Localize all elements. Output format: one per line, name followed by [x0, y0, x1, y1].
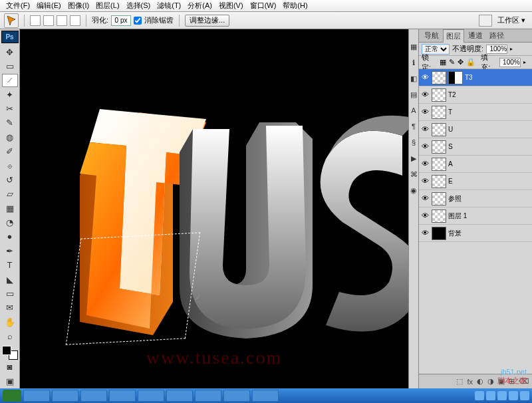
wand-tool[interactable]: ✦	[2, 88, 18, 101]
pen-tool[interactable]: ✒	[2, 245, 18, 257]
crop-tool[interactable]: ✂	[2, 102, 18, 115]
visibility-eye-icon[interactable]: 👁	[420, 211, 430, 221]
vpanel-color-icon[interactable]: ◧	[409, 74, 418, 84]
selection-add-icon[interactable]	[43, 15, 54, 26]
taskbar-item[interactable]	[166, 390, 193, 402]
menu-file[interactable]: 文件(F)	[3, 0, 33, 12]
layer-row[interactable]: 👁A	[419, 156, 532, 173]
selection-subtract-icon[interactable]	[57, 15, 67, 26]
active-tool-icon[interactable]	[4, 13, 19, 28]
menu-view[interactable]: 视图(V)	[215, 0, 247, 12]
vpanel-character-icon[interactable]: A	[409, 106, 418, 116]
taskbar-item[interactable]	[23, 390, 50, 402]
menu-select[interactable]: 选择(S)	[123, 0, 154, 12]
quickmask-icon[interactable]: ◙	[2, 360, 18, 373]
selection-intersect-icon[interactable]	[70, 15, 80, 26]
tray-icon[interactable]	[486, 391, 495, 400]
layer-row[interactable]: 👁E	[419, 173, 532, 190]
taskbar-item[interactable]	[252, 390, 279, 402]
visibility-eye-icon[interactable]: 👁	[420, 73, 430, 82]
visibility-eye-icon[interactable]: 👁	[420, 177, 430, 186]
vpanel-brushes-icon[interactable]: ◉	[409, 186, 418, 196]
eyedropper-tool[interactable]: ✎	[2, 116, 18, 129]
canvas[interactable]: ⟋ www.tusea.com	[20, 29, 408, 388]
tab-navigator[interactable]: 导航	[422, 29, 442, 42]
tab-channels[interactable]: 通道	[466, 29, 485, 42]
brush-tool[interactable]: ✐	[2, 145, 18, 158]
taskbar-item[interactable]	[223, 390, 250, 402]
layer-row[interactable]: 👁T2	[419, 86, 532, 104]
lasso-tool[interactable]: ⟋	[2, 74, 18, 86]
tray-icon[interactable]	[520, 391, 529, 400]
stamp-tool[interactable]: ⟐	[2, 159, 18, 172]
menu-edit[interactable]: 编辑(E)	[33, 0, 65, 12]
tab-paths[interactable]: 路径	[487, 29, 507, 42]
tray-icon[interactable]	[497, 391, 507, 400]
layer-fx-icon[interactable]: fx	[467, 378, 473, 386]
start-button[interactable]	[3, 390, 21, 402]
vpanel-actions-icon[interactable]: ▶	[409, 154, 418, 164]
history-brush-tool[interactable]: ↺	[2, 174, 18, 186]
tray-icon[interactable]	[509, 391, 518, 400]
fill-input[interactable]	[499, 58, 521, 67]
marquee-tool[interactable]: ▭	[2, 60, 18, 72]
layer-row[interactable]: 👁图层 1	[419, 207, 532, 225]
taskbar-item[interactable]	[109, 390, 136, 402]
lock-trans-icon[interactable]: ▦	[440, 58, 446, 67]
workspace-menu[interactable]: 工作区 ▾	[495, 15, 528, 25]
menu-help[interactable]: 帮助(H)	[279, 0, 311, 12]
visibility-eye-icon[interactable]: 👁	[420, 194, 430, 203]
refine-edge-button[interactable]: 调整边缘...	[185, 15, 229, 27]
menu-layer[interactable]: 图层(L)	[92, 0, 122, 12]
gradient-tool[interactable]: ▦	[2, 202, 18, 215]
type-tool[interactable]: T	[2, 259, 18, 271]
zoom-tool[interactable]: ⌕	[2, 330, 18, 342]
blur-tool[interactable]: ◔	[2, 216, 18, 229]
visibility-eye-icon[interactable]: 👁	[420, 108, 430, 117]
color-swatch[interactable]	[2, 346, 18, 360]
layer-mask-icon[interactable]: ◐	[477, 377, 483, 386]
visibility-eye-icon[interactable]: 👁	[420, 160, 430, 169]
menu-window[interactable]: 窗口(W)	[247, 0, 280, 12]
layer-row[interactable]: 👁T	[419, 104, 532, 121]
visibility-eye-icon[interactable]: 👁	[420, 142, 430, 152]
visibility-eye-icon[interactable]: 👁	[420, 125, 430, 134]
taskbar-item[interactable]	[195, 390, 221, 402]
menu-image[interactable]: 图像(I)	[65, 0, 92, 12]
notes-tool[interactable]: ✉	[2, 301, 18, 314]
taskbar-item[interactable]	[80, 390, 107, 402]
vpanel-styles-icon[interactable]: ⌘	[409, 170, 418, 180]
vpanel-history-icon[interactable]: §	[409, 138, 418, 148]
tray-icon[interactable]	[475, 391, 484, 400]
move-tool[interactable]: ✥	[2, 45, 18, 58]
taskbar-item[interactable]	[52, 390, 78, 402]
selection-new-icon[interactable]	[30, 15, 41, 26]
screenmode-icon[interactable]: ▣	[2, 374, 18, 387]
layer-row[interactable]: 👁T3	[419, 69, 532, 86]
path-tool[interactable]: ◣	[2, 273, 18, 285]
feather-input[interactable]	[111, 15, 131, 26]
visibility-eye-icon[interactable]: 👁	[420, 229, 430, 238]
vpanel-navigator-icon[interactable]: ▦	[409, 43, 418, 52]
tab-layers[interactable]: 图层	[443, 29, 464, 43]
taskbar-item[interactable]	[138, 390, 164, 402]
menu-analysis[interactable]: 分析(A)	[184, 0, 215, 12]
layer-row[interactable]: 👁S	[419, 138, 532, 156]
eraser-tool[interactable]: ▱	[2, 188, 18, 200]
layer-row[interactable]: 👁U	[419, 121, 532, 138]
link-layers-icon[interactable]: ⬚	[456, 377, 463, 386]
lock-pos-icon[interactable]: ✥	[458, 58, 464, 67]
shape-tool[interactable]: ▭	[2, 287, 18, 300]
hand-tool[interactable]: ✋	[2, 316, 18, 329]
dodge-tool[interactable]: ●	[2, 230, 18, 243]
vpanel-paragraph-icon[interactable]: ¶	[409, 122, 418, 132]
adjustment-layer-icon[interactable]: ◑	[487, 377, 494, 386]
vpanel-info-icon[interactable]: ℹ	[409, 59, 418, 68]
go-bridge-icon[interactable]	[479, 15, 492, 27]
visibility-eye-icon[interactable]: 👁	[420, 90, 430, 100]
menu-filter[interactable]: 滤镜(T)	[154, 0, 184, 12]
healing-tool[interactable]: ◍	[2, 131, 18, 144]
layer-row[interactable]: 👁背景	[419, 225, 532, 242]
lock-all-icon[interactable]: 🔒	[466, 58, 475, 67]
vpanel-swatches-icon[interactable]: ▤	[409, 90, 418, 100]
